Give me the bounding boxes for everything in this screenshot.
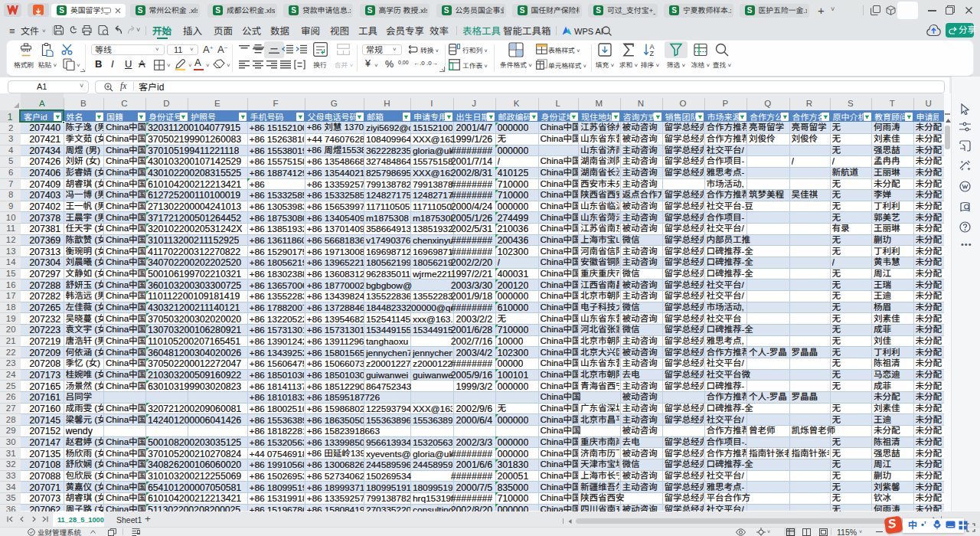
svg-text:Z: Z xyxy=(650,50,655,57)
